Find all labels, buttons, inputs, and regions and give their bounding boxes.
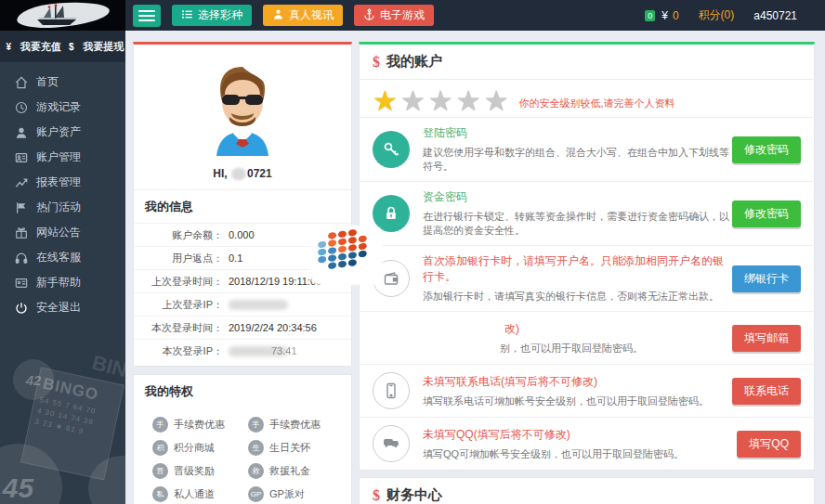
row-action-button[interactable]: 填写邮箱 xyxy=(732,325,801,352)
sidebar-menu-item-label: 安全退出 xyxy=(36,300,81,316)
row-title: 未填写QQ(填写后将不可修改) xyxy=(423,427,737,443)
privilege-icon: 救 xyxy=(248,463,264,479)
privilege-item: 手 手续费优惠 xyxy=(152,417,248,433)
row-action-button[interactable]: 填写QQ xyxy=(737,431,801,458)
sidebar-menu-item[interactable]: 报表管理 xyxy=(0,170,125,195)
info-value: 2019/2/24 20:34:56 xyxy=(229,322,317,333)
info-value: 73.41 xyxy=(229,345,297,356)
currency-symbol: ¥ xyxy=(661,9,668,22)
balance-display[interactable]: ¥ 0 xyxy=(661,9,678,22)
row-title: 改) xyxy=(504,321,732,337)
main-content: HI, 0721 我的信息 账户余额： 0.000 用户返点： xyxy=(125,31,825,504)
account-column: $ 我的账户 ★★★★★ 你的安全级别较低,请完善个人资料 登陆密码 建议您使用… xyxy=(359,42,815,504)
row-title: 资金密码 xyxy=(423,189,732,205)
sidebar-action-button[interactable]: ¥ 我要充值 xyxy=(0,40,63,54)
sidebar-menu-item[interactable]: 账户管理 xyxy=(0,145,125,170)
sidebar-menu-item[interactable]: 网站公告 xyxy=(0,220,125,245)
row-description: 别，也可以用于取回登陆密码。 xyxy=(500,342,732,355)
anchor-icon xyxy=(363,8,375,23)
live-person-icon xyxy=(272,8,284,23)
sidebar: ¥ 我要充值 $ 我要提现 首页 游戏记录 账户资产 xyxy=(0,31,125,504)
recharge-coin-icon: ¥ xyxy=(2,40,16,54)
privilege-label: 积分商城 xyxy=(174,441,215,455)
my-info-title: 我的信息 xyxy=(134,189,351,223)
chat-icon xyxy=(373,425,410,462)
topbar-menu-button-label: 真人视讯 xyxy=(289,7,334,23)
security-note: 你的安全级别较低,请完善个人资料 xyxy=(519,97,675,110)
info-row: 本次登录时间： 2019/2/24 20:34:56 xyxy=(134,316,351,339)
sidebar-menu-item[interactable]: 账户资产 xyxy=(0,120,125,145)
sidebar-menu-item[interactable]: 安全退出 xyxy=(0,295,125,320)
my-account-header: $ 我的账户 xyxy=(360,45,814,80)
security-level: ★★★★★ 你的安全级别较低,请完善个人资料 xyxy=(360,80,814,117)
info-row: 本次登录IP： 73.41 xyxy=(134,339,351,362)
privilege-item: GP GP派对 xyxy=(248,486,344,502)
row-title: 未填写联系电话(填写后将不可修改) xyxy=(423,374,732,390)
topbar-menu-button[interactable]: 电子游戏 xyxy=(354,5,434,26)
sidebar-menu-item[interactable]: 在线客服 xyxy=(0,245,125,270)
row-title: 登陆密码 xyxy=(423,125,732,141)
account-setting-row: 改) 别，也可以用于取回登陆密码。 填写邮箱 xyxy=(360,311,814,364)
finance-title: 财务中心 xyxy=(386,486,442,504)
sidebar-menu-item[interactable]: 热门活动 xyxy=(0,195,125,220)
blurred-value xyxy=(229,300,288,310)
sidebar-action-button[interactable]: $ 我要提现 xyxy=(63,40,126,54)
sidebar-menu-item[interactable]: 游戏记录 xyxy=(0,95,125,120)
blurred-username-part xyxy=(231,168,246,180)
privilege-label: GP派对 xyxy=(269,487,305,501)
row-action-button[interactable]: 修改密码 xyxy=(732,200,801,227)
sidebar-menu-item[interactable]: 首页 xyxy=(0,70,125,95)
sidebar-menu-item-label: 游戏记录 xyxy=(36,99,81,115)
power-icon xyxy=(15,302,28,315)
topbar-menu-button-label: 选择彩种 xyxy=(198,7,242,23)
sidebar-menu-item-label: 账户资产 xyxy=(36,124,81,140)
privilege-label: 救援礼金 xyxy=(269,464,310,478)
privilege-icon: 生 xyxy=(248,440,264,456)
phone-icon xyxy=(373,372,410,409)
sidebar-action-label: 我要充值 xyxy=(20,40,61,54)
topbar-menu-button[interactable]: 真人视讯 xyxy=(263,5,343,26)
star-icon: ★ xyxy=(484,85,512,116)
row-description: 填写QQ可增加帐号安全级别，也可以用于取回登陆密码。 xyxy=(423,447,737,461)
info-value-text: 0.000 xyxy=(229,229,255,240)
info-label: 账户余额： xyxy=(134,228,223,242)
points-display[interactable]: 积分(0) xyxy=(694,7,735,23)
account-setting-row: 未填写QQ(填写后将不可修改) 填写QQ可增加帐号安全级别，也可以用于取回登陆密… xyxy=(360,417,814,470)
dots-logo-watermark xyxy=(318,227,366,272)
topbar-menu-button[interactable]: 选择彩种 xyxy=(172,5,252,26)
my-account-card: $ 我的账户 ★★★★★ 你的安全级别较低,请完善个人资料 登陆密码 建议您使用… xyxy=(359,42,815,471)
privilege-icon: 积 xyxy=(152,440,168,456)
privilege-item: 晋 晋级奖励 xyxy=(152,463,248,479)
site-logo[interactable] xyxy=(0,0,125,31)
topbar-right-cluster: 0 ¥ 0 积分(0) a450721 xyxy=(632,7,825,23)
sidebar-menu-item[interactable]: 新手帮助 xyxy=(0,270,125,295)
user-icon xyxy=(15,126,28,139)
info-value-text: 2018/12/19 19:11:00 xyxy=(229,276,321,287)
row-description: 在进行银行卡锁定、转账等资金操作时，需要进行资金密码确认，以提高您的资金安全性。 xyxy=(423,210,732,238)
account-rows: 登陆密码 建议您使用字母和数字的组合、混合大小写、在组合中加入下划线等符号。 修… xyxy=(360,117,814,470)
dollar-icon: $ xyxy=(373,54,380,71)
withdraw-coin-icon: $ xyxy=(64,40,78,54)
privilege-label: 手续费优惠 xyxy=(174,418,225,432)
privilege-item: 救 救援礼金 xyxy=(248,463,344,479)
info-label: 本次登录时间： xyxy=(134,321,223,335)
sidebar-menu-item-label: 报表管理 xyxy=(36,174,81,190)
privilege-item: 手 手续费优惠 xyxy=(248,417,344,433)
profile-card: HI, 0721 我的信息 账户余额： 0.000 用户返点： xyxy=(133,42,352,367)
row-action-button[interactable]: 联系电话 xyxy=(732,378,801,405)
home-icon xyxy=(15,76,28,89)
user-account[interactable]: a450721 xyxy=(749,9,797,22)
hamburger-menu-button[interactable] xyxy=(133,5,161,27)
star-icon: ★ xyxy=(373,85,400,116)
row-description: 建议您使用字母和数字的组合、混合大小写、在组合中加入下划线等符号。 xyxy=(423,146,732,174)
finance-header: $ 财务中心 xyxy=(360,478,814,504)
balance-value: 0 xyxy=(673,9,679,22)
info-value-text: 2019/2/24 20:34:56 xyxy=(229,322,317,333)
account-setting-row: 未填写联系电话(填写后将不可修改) 填写联系电话可增加帐号安全级别，也可以用于取… xyxy=(360,364,814,417)
info-value-text: 73.41 xyxy=(271,345,297,356)
sidebar-menu-item-label: 网站公告 xyxy=(36,225,81,240)
info-row: 上次登录IP： xyxy=(134,292,351,316)
row-action-button[interactable]: 修改密码 xyxy=(732,136,801,163)
sidebar-menu-item-label: 在线客服 xyxy=(36,250,81,265)
row-action-button[interactable]: 绑银行卡 xyxy=(732,265,801,292)
